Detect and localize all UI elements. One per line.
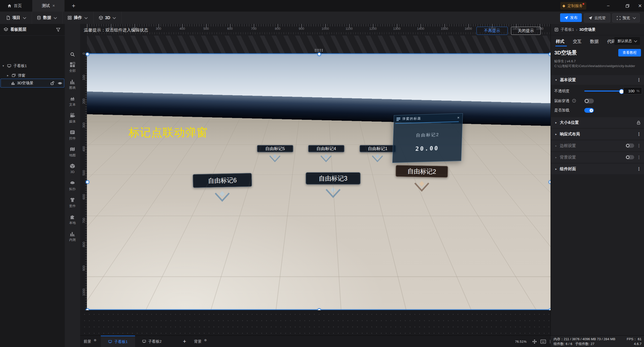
eye-icon[interactable] [58,81,62,85]
kebab-menu-icon[interactable]: ⋮ [637,167,641,171]
section-border-settings[interactable]: ▸ 边框设置 ⋮ [551,140,644,151]
caret-right-icon[interactable]: ▸ [555,121,557,124]
menu-data[interactable]: 数据 [31,12,63,24]
close-icon[interactable]: × [457,115,460,120]
background-toggle[interactable] [626,155,634,159]
restore-button[interactable] [620,0,634,12]
border-toggle[interactable] [626,143,634,148]
scene-3d-viewport[interactable]: 标记点联动弹窗 自由标记5 自由标记4 自由标记1 自由标记6 自由标记3 自由… [87,54,551,310]
marker-5[interactable]: 自由标记5 [257,145,293,152]
board-tab-1[interactable]: 子看板1 [101,336,135,347]
section-widget-cover[interactable]: ▸ 组件封面 ⋮ [551,164,644,174]
strip-item-control[interactable]: 控件 [65,129,80,143]
new-tab-button[interactable]: + [69,0,79,12]
search-icon [70,52,75,57]
strip-item-kit[interactable]: 套件 [65,197,80,211]
kebab-menu-icon[interactable]: ⋮ [637,132,641,136]
strip-item-beta[interactable]: 内测 [65,231,80,245]
kebab-menu-icon[interactable]: ⋮ [637,143,641,148]
zoom-level[interactable]: 76.51% [515,336,527,347]
resize-handle-mid-right[interactable] [549,180,551,184]
lock-open-icon[interactable] [50,81,54,85]
tree-item-scene-selected[interactable]: 3D空场景 [1,79,64,88]
drag-grip-dots[interactable] [314,49,324,51]
menubar: 项目 数据 操作 3D 发布 云托管 预览 [0,12,644,24]
menu-operation[interactable]: 操作 [61,12,93,24]
strip-item-local[interactable]: 本地 [65,214,80,228]
preview-label: 预览 [623,16,630,20]
scene-popup[interactable]: 弹窗的标题 × 自由标记2 20.00 [392,113,463,163]
load-toggle[interactable] [584,108,594,113]
strip-item-topology[interactable]: 拓扑 [65,180,80,194]
caret-right-icon[interactable]: ▸ [555,156,557,159]
document-tab[interactable]: 测试 × [32,0,65,12]
tutorial-button[interactable]: 查看教程 [618,49,641,56]
preview-button[interactable]: 预览 [612,13,640,22]
resize-handle-top-left[interactable] [86,52,89,56]
caret-right-icon[interactable]: ▸ [555,132,557,136]
caret-right-icon[interactable]: ▸ [555,144,557,148]
marker-2[interactable]: 自由标记2 [396,165,448,178]
marker-6[interactable]: 自由标记6 [192,173,252,188]
question-icon[interactable]: ? [572,99,576,103]
no-more-tips-button[interactable]: 不再提示 [476,27,508,35]
lock-icon[interactable] [636,121,641,125]
strip-item-chart[interactable]: 图表 [65,79,80,93]
marker-3[interactable]: 自由标记3 [306,172,361,185]
resize-handle-top-center[interactable] [317,52,321,56]
resize-handle-top-right[interactable] [549,52,551,56]
canvas-area[interactable]: 1002003004005006007008009001000110012001… [80,24,551,335]
strip-item-map[interactable]: 地图 [65,146,80,160]
caret-down-icon[interactable]: ▾ [2,64,5,68]
custom-service-button[interactable]: ◆ 定制服务 [560,2,586,10]
caret-down-icon[interactable]: ▾ [555,78,557,82]
opacity-slider[interactable] [584,91,622,92]
tab-style[interactable]: 样式 [556,39,564,44]
circle-plus-icon[interactable]: ⊕ [94,338,96,342]
popup-field-value: 20.00 [393,144,462,153]
marker-1[interactable]: 自由标记1 [360,145,396,152]
kebab-menu-icon[interactable]: ⋮ [637,155,641,160]
strip-item-media[interactable]: 媒体 [65,112,80,127]
opacity-input[interactable]: 100 % [623,87,642,94]
breadcrumb-parent[interactable]: 子看板1 [561,27,574,32]
section-background-settings[interactable]: ▸ 背景设置 ⋮ [551,152,644,163]
resize-handle-mid-left[interactable] [86,180,89,184]
home-tab[interactable]: 首页 [0,0,29,12]
kebab-menu-icon[interactable]: ⋮ [637,78,641,82]
state-dropdown[interactable]: 默认状态 [614,37,640,45]
tree-item-board[interactable]: ▾ 子看板1 [0,62,65,70]
close-tab-icon[interactable]: × [52,3,55,8]
caret-right-icon[interactable]: ▸ [6,74,10,77]
fit-view-button[interactable] [531,336,538,347]
section-size-position[interactable]: ▸ 大小&位置 [551,117,644,128]
preview-icon [617,16,621,20]
tab-data[interactable]: 数据 [590,39,599,44]
section-basic-settings[interactable]: ▾ 基本设置 ⋮ [551,75,644,85]
add-board-button[interactable]: + [183,336,186,347]
section-responsive-layout[interactable]: ▸ 响应式布局 ⋮ [551,129,644,139]
foreground-button[interactable]: 前景 ⊕ [84,336,96,347]
board-tab-2[interactable]: 子看板2 [142,336,162,347]
fps-stat: FPS： 61 [627,337,641,341]
caret-right-icon[interactable]: ▸ [555,167,557,171]
mouse-through-toggle[interactable] [584,99,594,103]
menu-3d[interactable]: 3D [93,12,122,24]
filter-icon[interactable] [56,27,60,32]
strip-item-all[interactable]: 全部 [65,62,80,76]
menu-project[interactable]: 项目 [0,12,32,24]
minimize-button[interactable]: − [601,0,615,12]
publish-button[interactable]: 发布 [560,13,582,22]
circle-plus-icon[interactable]: ⊕ [204,338,207,342]
strip-item-text[interactable]: 文本 [65,96,80,110]
close-window-button[interactable]: × [633,0,644,12]
marker-4[interactable]: 自由标记4 [308,145,344,152]
widget-search-button[interactable] [65,50,80,59]
shortcut-keys-button[interactable] [539,336,547,347]
cloud-host-button[interactable]: 云托管 [584,13,610,22]
background-button[interactable]: 背景 ⊕ [194,336,207,347]
strip-item-3d[interactable]: 3D [65,163,80,177]
close-tips-button[interactable]: 关闭提示 [511,27,541,35]
tree-item-popup[interactable]: ▸ 弹窗 [0,71,65,79]
tab-interaction[interactable]: 交互 [573,39,582,44]
